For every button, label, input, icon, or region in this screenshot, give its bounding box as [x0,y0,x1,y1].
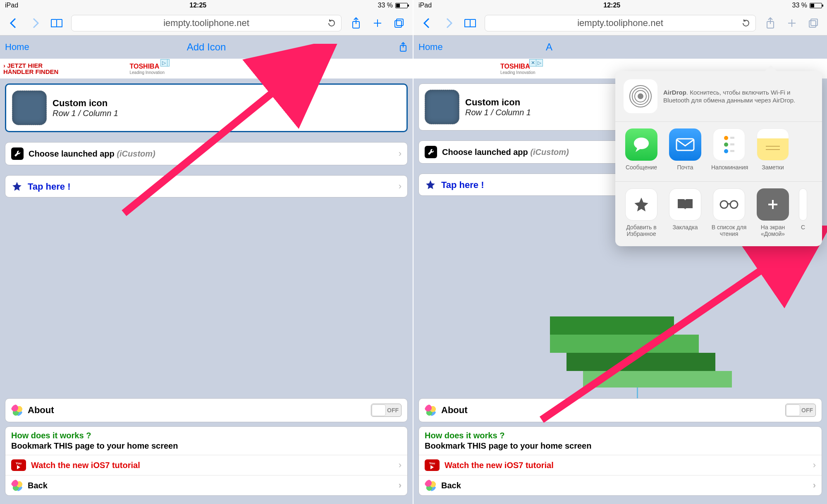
back-button[interactable] [7,16,21,30]
adchoices-icon[interactable]: ▷ [536,59,543,67]
choose-app-label: Choose launched app (iCustom) [29,149,155,159]
page-share-icon[interactable] [399,42,408,52]
about-toggle[interactable]: OFF [371,404,402,417]
adchoices-icon[interactable]: ▷ [160,59,167,67]
custom-icon-text: Custom icon Row 1 / Column 1 [465,97,531,117]
youtube-icon: You [11,459,26,471]
about-card[interactable]: About OFF [5,398,408,422]
watch-tutorial-row[interactable]: You Watch the new iOS7 tutorial › [5,455,407,475]
about-icon [11,404,23,416]
forward-button[interactable] [28,16,42,30]
chevron-right-icon: › [813,480,816,491]
chevron-right-icon: › [399,460,402,471]
wrench-icon [11,147,24,160]
share-item-mail[interactable]: Почта [667,128,703,178]
messages-icon [625,128,657,161]
share-item-home-screen[interactable]: На экран «Домой» [755,188,791,238]
svg-rect-24 [730,137,734,139]
page-nav: Home A [414,36,827,59]
page-title-cutoff: A [546,41,552,53]
chevron-right-icon: › [399,480,402,491]
share-item-notes[interactable]: Заметки [755,128,791,178]
svg-rect-4 [397,19,403,26]
device-label: iPad [5,2,18,9]
battery-text: 33 % [792,2,807,9]
bookmarks-button[interactable] [463,16,477,30]
bookmarks-button[interactable] [50,16,64,30]
reload-icon[interactable] [741,19,751,28]
chevron-right-icon: › [399,181,402,192]
share-item-messages[interactable]: Сообщение [624,128,659,178]
svg-point-30 [730,201,738,208]
custom-icon-row[interactable]: Custom icon Row 1 / Column 1 [5,83,408,132]
time-label: 12:25 [189,2,206,9]
reminders-icon [713,128,745,161]
share-button[interactable] [763,16,777,30]
new-tab-button[interactable] [370,16,385,30]
share-item-reading-list[interactable]: В список для чтения [711,188,747,238]
battery-icon [395,3,408,8]
svg-rect-26 [730,150,734,152]
star-icon [625,188,657,221]
how-card: How does it works ? Bookmark THIS page t… [418,426,822,496]
time-label: 12:25 [603,2,620,9]
page-home-link[interactable]: Home [5,42,29,52]
about-label: About [441,405,468,416]
page-area: Home A TOSHIBA Leading Innovation ✕ ▷ Cu… [414,36,827,504]
airdrop-section[interactable]: AirDrop. Коснитесь, чтобы включить Wi-Fi… [615,71,822,121]
share-row-actions: Добавить в Избранное Закладка В список д… [615,181,822,246]
book-icon [669,188,701,221]
about-card[interactable]: About OFF [418,398,822,422]
svg-rect-25 [730,143,734,145]
back-row[interactable]: Back › [5,475,407,495]
page-nav: Home Add Icon [0,36,413,59]
choose-app-card[interactable]: Choose launched app (iCustom) › [5,142,408,165]
tap-here-label: Tap here ! [28,181,71,192]
watch-tutorial-row[interactable]: You Watch the new iOS7 tutorial › [419,455,822,475]
ad-banner[interactable]: › JETZT HIER HÄNDLER FINDEN TOSHIBA Lead… [0,59,413,78]
glasses-icon [713,188,745,221]
back-row[interactable]: Back › [419,475,822,495]
svg-rect-28 [766,149,780,150]
address-bar[interactable]: iempty.tooliphone.net [71,15,342,31]
airdrop-text: AirDrop. Коснитесь, чтобы включить Wi-Fi… [663,88,814,105]
share-item-bookmark[interactable]: Закладка [667,188,703,238]
statusbar: iPad 12:25 33 % [414,0,827,11]
right-pane: iPad 12:25 33 % iempty.tooliphone.net [414,0,827,504]
how-subtitle: Bookmark THIS page to your home screen [419,441,822,455]
choose-app-label: Choose launched app (iCustom) [442,147,569,157]
tap-here-card[interactable]: Tap here ! › [5,175,408,197]
page-home-link[interactable]: Home [418,42,443,52]
custom-icon-preview [12,90,47,125]
how-subtitle: Bookmark THIS page to your home screen [5,441,407,455]
share-item-overflow[interactable]: C [799,188,807,238]
reload-icon[interactable] [327,19,336,28]
about-toggle[interactable]: OFF [785,404,816,417]
bottom-block: About OFF How does it works ? Bookmark T… [414,398,827,504]
tabs-button[interactable] [392,16,406,30]
notes-icon [757,128,789,161]
new-tab-button[interactable] [785,16,799,30]
share-item-favorites[interactable]: Добавить в Избранное [624,188,659,238]
svg-rect-20 [676,139,694,150]
overflow-icon [799,188,807,221]
plus-icon [757,188,789,221]
page-area: Home Add Icon › JETZT HIER HÄNDLER FINDE… [0,36,413,504]
ad-brand: TOSHIBA Leading Innovation [129,63,165,75]
ad-text: › JETZT HIER HÄNDLER FINDEN [3,62,58,75]
chevron-right-icon: › [399,148,402,159]
share-item-reminders[interactable]: Напоминания [711,128,747,178]
chevron-right-icon: › [813,460,816,471]
share-button[interactable] [349,16,363,30]
back-button[interactable] [420,16,434,30]
forward-button[interactable] [442,16,456,30]
url-text: iempty.tooliphone.net [163,18,249,29]
battery-icon [810,3,822,8]
app-icon [425,480,436,491]
star-icon [11,181,23,192]
tabs-button[interactable] [806,16,820,30]
address-bar[interactable]: iempty.tooliphone.net [485,15,756,31]
custom-icon-preview [425,90,459,124]
url-text: iempty.tooliphone.net [577,18,663,29]
safari-toolbar: iempty.tooliphone.net [0,11,413,36]
